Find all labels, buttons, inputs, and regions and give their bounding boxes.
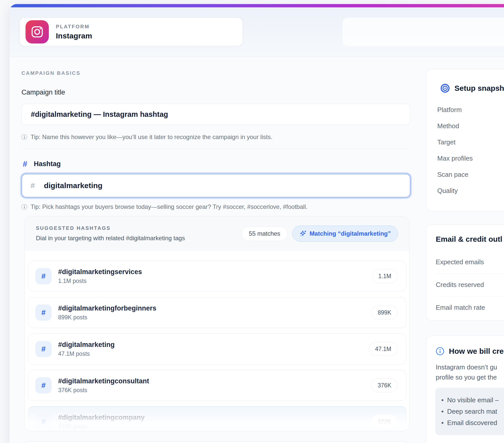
count-pill: 372K <box>371 415 398 429</box>
hash-chip-icon: # <box>35 268 52 284</box>
hashtag-input[interactable]: # digitalmarketing <box>21 174 410 197</box>
setup-snapshot-title: Setup snapsh <box>454 84 504 93</box>
email-row-credits: Credits reserved <box>436 273 504 296</box>
header-secondary-card <box>342 18 504 46</box>
hashtag-name: #digitalmarketingconsultant <box>58 377 149 385</box>
info-icon <box>21 134 27 140</box>
hashtag-tip-text: Tip: Pick hashtags your buyers browse to… <box>31 203 308 210</box>
list-item-selected[interactable]: # #digitalmarketingcompany 372K posts 37… <box>28 406 406 431</box>
hashtag-label-text: Hashtag <box>34 160 61 168</box>
email-credit-card: Email & credit outl Expected emails Cred… <box>426 225 504 321</box>
list-item[interactable]: # #digitalmarketingconsultant 376K posts… <box>28 370 406 401</box>
screen: PLATFORM Instagram CAMPAIGN BASICS Campa… <box>0 0 504 443</box>
count-pill: 1.1M <box>372 269 398 283</box>
hashtag-posts: 1.1M posts <box>58 278 142 284</box>
billing-rules-box: No visible email – Deep search mat Email… <box>435 388 504 435</box>
campaign-title-input[interactable]: #digitalmarketing — Instagram hashtag <box>21 104 410 125</box>
setup-row-method: Method <box>437 118 504 134</box>
list-item[interactable]: # #digitalmarketingforbeginners 899K pos… <box>28 297 406 328</box>
hashtag-field-label: # Hashtag <box>23 159 61 169</box>
hash-chip-icon: # <box>35 341 52 357</box>
setup-row-platform: Platform <box>437 102 504 118</box>
hashtag-posts: 372K posts <box>58 423 145 430</box>
setup-row-target: Target <box>437 134 504 150</box>
hash-chip-icon: # <box>35 377 52 393</box>
section-label-campaign-basics: CAMPAIGN BASICS <box>21 70 81 76</box>
campaign-title-tip-text: Tip: Name this however you like—you’ll u… <box>31 134 272 141</box>
count-pill: 899K <box>371 305 398 320</box>
billing-bullet: Deep search mat <box>441 406 504 417</box>
hashtag-posts: 376K posts <box>58 387 149 394</box>
info-icon <box>436 347 444 356</box>
setup-snapshot-card: Setup snapsh Platform Method Target Max … <box>426 69 504 211</box>
top-gradient-bar <box>10 4 504 7</box>
next-card-top-edge <box>25 441 409 443</box>
count-pill: 376K <box>371 378 398 392</box>
section-divider <box>21 149 410 149</box>
list-item[interactable]: # #digitalmarketingservices 1.1M posts 1… <box>28 261 406 292</box>
hashtag-icon: # <box>23 159 27 169</box>
platform-name: Instagram <box>56 32 92 40</box>
setup-row-scan-pace: Scan pace <box>437 166 504 183</box>
billing-title: How we bill credi <box>449 347 504 356</box>
email-row-matchrate: Email match rate <box>436 296 504 319</box>
hashtag-prefix: # <box>31 181 35 190</box>
billing-partial-line: W credits f <box>436 442 504 443</box>
count-pill: 47.1M <box>369 342 398 356</box>
hash-chip-icon: # <box>35 304 52 321</box>
suggestions-header: SUGGESTED HASHTAGS Dial in your targetin… <box>25 216 409 251</box>
info-icon <box>21 204 27 210</box>
app-card: PLATFORM Instagram CAMPAIGN BASICS Campa… <box>10 4 504 443</box>
billing-info-card: How we bill credi Instagram doesn’t gu p… <box>426 336 504 443</box>
hashtag-tip: Tip: Pick hashtags your buyers browse to… <box>21 203 308 210</box>
setup-row-quality: Quality <box>437 183 504 199</box>
hashtag-name: #digitalmarketingservices <box>58 268 142 276</box>
suggestions-title: SUGGESTED HASHTAGS <box>36 225 185 231</box>
hash-chip-icon: # <box>35 414 52 430</box>
hashtag-name: #digitalmarketingforbeginners <box>58 304 156 312</box>
billing-paragraph-line: Instagram doesn’t gu <box>436 362 504 372</box>
suggested-hashtags-panel: # #digitalmarketingservices 1.1M posts 1… <box>25 216 409 431</box>
billing-paragraph-line: profile so you get the <box>436 372 504 382</box>
hashtag-posts: 47.1M posts <box>58 350 115 357</box>
list-item[interactable]: # #digitalmarketing 47.1M posts 47.1M <box>28 334 406 364</box>
suggestions-subtitle: Dial in your targeting with related #dig… <box>36 235 185 242</box>
email-credit-title: Email & credit outl <box>436 235 502 243</box>
campaign-title-tip: Tip: Name this however you like—you’ll u… <box>21 134 272 141</box>
platform-card[interactable]: PLATFORM Instagram <box>20 18 243 46</box>
target-icon <box>440 83 450 93</box>
email-row-expected: Expected emails <box>436 251 504 273</box>
hashtag-posts: 899K posts <box>58 314 156 321</box>
matching-filter-badge[interactable]: Matching “digitalmarketing” <box>292 226 398 242</box>
matches-count-badge: 55 matches <box>242 226 288 241</box>
platform-label: PLATFORM <box>56 24 92 30</box>
instagram-icon <box>26 20 49 43</box>
campaign-title-label: Campaign title <box>21 88 65 96</box>
hashtag-name: #digitalmarketingcompany <box>58 414 145 422</box>
matching-badge-text: Matching “digitalmarketing” <box>310 230 391 237</box>
setup-row-max-profiles: Max profiles <box>437 150 504 166</box>
sparkles-icon <box>300 230 307 237</box>
hashtag-value: digitalmarketing <box>44 181 103 190</box>
billing-bullet: Email discovered <box>441 417 504 429</box>
billing-bullet: No visible email – <box>441 394 504 406</box>
hashtag-name: #digitalmarketing <box>58 341 115 349</box>
campaign-title-value: #digitalmarketing — Instagram hashtag <box>31 110 168 119</box>
